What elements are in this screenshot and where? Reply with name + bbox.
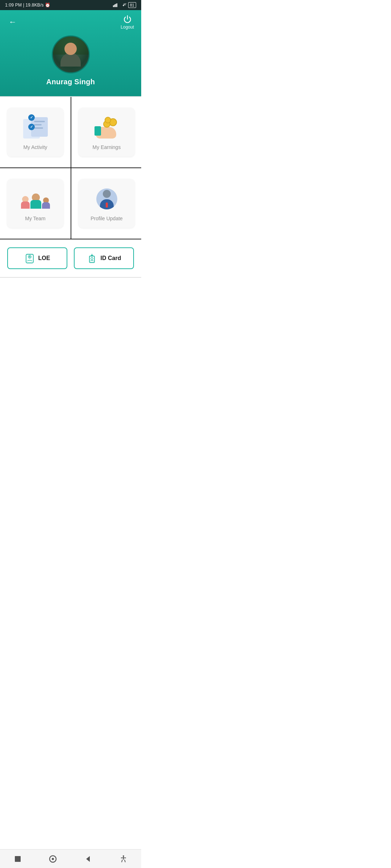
back-button[interactable]: ← [7,17,18,27]
my-earnings-label: My Earnings [93,144,121,150]
profile-update-icon-area [94,187,119,210]
wifi-icon [121,3,126,8]
person-center-figure [30,193,41,209]
menu-item-my-activity[interactable]: ✓ ✓ My Activity [0,97,71,168]
content: ✓ ✓ My Activity [0,96,141,408]
status-icons: 81 [113,2,136,8]
profile-icon [96,188,118,210]
person-right-figure [42,197,50,209]
power-icon [123,14,132,24]
menu-item-my-earnings[interactable]: My Earnings [71,97,141,168]
my-team-icon-area [23,187,48,210]
svg-rect-2 [115,4,116,7]
status-bar: 1:09 PM | 19.8KB/s ⏰ 81 [0,0,141,10]
empty-space [0,278,141,408]
status-time-network: 1:09 PM | 19.8KB/s ⏰ [5,3,51,8]
earnings-icon [94,117,119,139]
avatar [52,35,90,73]
svg-rect-8 [89,256,94,263]
svg-rect-1 [114,4,115,7]
my-team-card: My Team [7,179,63,228]
my-team-label: My Team [25,216,46,221]
battery-icon: 81 [128,2,136,8]
action-buttons: LOE ID Card [0,239,141,278]
logout-button[interactable]: Logout [121,14,134,30]
svg-rect-3 [116,3,117,7]
my-earnings-card: My Earnings [79,108,135,157]
my-activity-icon-area: ✓ ✓ [23,116,48,139]
id-card-button[interactable]: ID Card [74,247,134,269]
id-card-icon [87,253,97,263]
user-name: Anurag Singh [46,78,95,86]
activity-icon: ✓ ✓ [23,117,48,139]
my-activity-label: My Activity [23,144,47,150]
loe-button[interactable]: LOE [7,247,67,269]
loe-icon [25,253,35,263]
signal-icon [113,3,119,8]
my-activity-card: ✓ ✓ My Activity [7,108,63,157]
person-left-figure [21,196,30,209]
profile-update-card: Profile Update [79,179,135,228]
svg-point-9 [91,258,93,260]
menu-item-profile-update[interactable]: Profile Update [71,168,141,239]
svg-point-6 [29,256,30,258]
menu-item-my-team[interactable]: My Team [0,168,71,239]
header: ← Logout Anurag Singh [0,10,141,96]
my-earnings-icon-area [94,116,119,139]
profile-update-label: Profile Update [91,216,123,221]
svg-rect-0 [113,5,114,7]
header-top: ← Logout [7,14,134,30]
team-icon [23,189,48,209]
menu-grid: ✓ ✓ My Activity [0,96,141,239]
